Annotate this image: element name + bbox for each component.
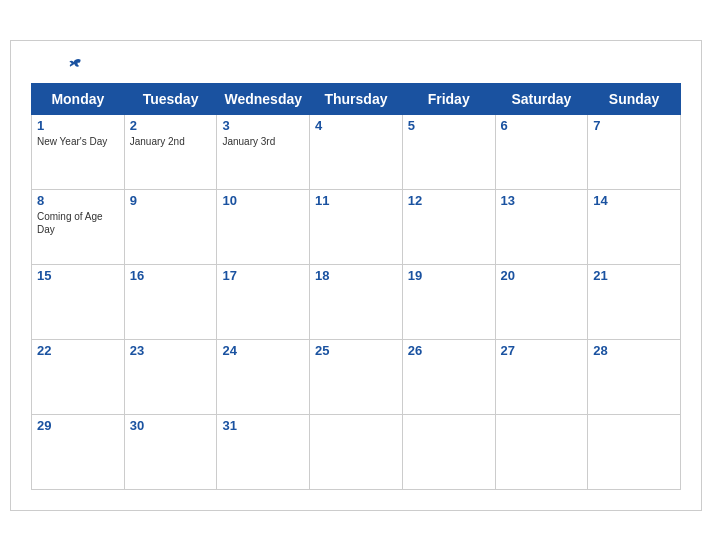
day-cell-6: 6 [495,114,588,189]
day-number: 13 [501,193,583,208]
day-number: 17 [222,268,304,283]
day-cell-1: 1New Year's Day [32,114,125,189]
day-cell-2: 2January 2nd [124,114,217,189]
day-number: 5 [408,118,490,133]
event-label: New Year's Day [37,135,119,148]
event-label: January 3rd [222,135,304,148]
day-cell-10: 10 [217,189,310,264]
day-number: 22 [37,343,119,358]
day-cell-28: 28 [588,339,681,414]
day-cell-25: 25 [310,339,403,414]
day-number: 2 [130,118,212,133]
bird-icon [68,57,82,71]
week-row: 22232425262728 [32,339,681,414]
week-row: 293031 [32,414,681,489]
day-number: 10 [222,193,304,208]
day-cell-4: 4 [310,114,403,189]
day-number: 11 [315,193,397,208]
day-header-thursday: Thursday [310,83,403,114]
day-number: 7 [593,118,675,133]
logo-blue [68,57,84,71]
event-label: Coming of Age Day [37,210,119,236]
day-number: 15 [37,268,119,283]
calendar-header [31,57,681,71]
day-cell-14: 14 [588,189,681,264]
days-header-row: MondayTuesdayWednesdayThursdayFridaySatu… [32,83,681,114]
day-number: 1 [37,118,119,133]
day-number: 14 [593,193,675,208]
empty-cell [402,414,495,489]
day-number: 25 [315,343,397,358]
day-header-wednesday: Wednesday [217,83,310,114]
day-number: 30 [130,418,212,433]
day-number: 3 [222,118,304,133]
day-cell-15: 15 [32,264,125,339]
day-number: 28 [593,343,675,358]
empty-cell [495,414,588,489]
day-cell-29: 29 [32,414,125,489]
day-number: 4 [315,118,397,133]
day-number: 19 [408,268,490,283]
week-row: 1New Year's Day2January 2nd3January 3rd4… [32,114,681,189]
logo-area [31,57,121,71]
day-cell-7: 7 [588,114,681,189]
day-cell-31: 31 [217,414,310,489]
day-cell-12: 12 [402,189,495,264]
day-cell-23: 23 [124,339,217,414]
day-number: 8 [37,193,119,208]
day-number: 29 [37,418,119,433]
day-cell-18: 18 [310,264,403,339]
day-cell-13: 13 [495,189,588,264]
day-number: 31 [222,418,304,433]
day-cell-17: 17 [217,264,310,339]
day-cell-26: 26 [402,339,495,414]
calendar-table: MondayTuesdayWednesdayThursdayFridaySatu… [31,83,681,490]
day-number: 9 [130,193,212,208]
week-row: 15161718192021 [32,264,681,339]
empty-cell [588,414,681,489]
empty-cell [310,414,403,489]
day-cell-3: 3January 3rd [217,114,310,189]
day-cell-20: 20 [495,264,588,339]
day-cell-5: 5 [402,114,495,189]
calendar-wrapper: MondayTuesdayWednesdayThursdayFridaySatu… [10,40,702,511]
day-number: 27 [501,343,583,358]
day-number: 16 [130,268,212,283]
day-header-friday: Friday [402,83,495,114]
day-number: 6 [501,118,583,133]
day-header-monday: Monday [32,83,125,114]
day-header-saturday: Saturday [495,83,588,114]
day-cell-27: 27 [495,339,588,414]
day-cell-9: 9 [124,189,217,264]
day-cell-22: 22 [32,339,125,414]
day-number: 18 [315,268,397,283]
day-number: 20 [501,268,583,283]
day-cell-11: 11 [310,189,403,264]
day-cell-19: 19 [402,264,495,339]
day-cell-30: 30 [124,414,217,489]
day-number: 21 [593,268,675,283]
day-number: 26 [408,343,490,358]
day-cell-16: 16 [124,264,217,339]
day-cell-21: 21 [588,264,681,339]
day-number: 12 [408,193,490,208]
day-number: 23 [130,343,212,358]
day-cell-24: 24 [217,339,310,414]
event-label: January 2nd [130,135,212,148]
day-number: 24 [222,343,304,358]
day-header-sunday: Sunday [588,83,681,114]
day-cell-8: 8Coming of Age Day [32,189,125,264]
week-row: 8Coming of Age Day91011121314 [32,189,681,264]
day-header-tuesday: Tuesday [124,83,217,114]
